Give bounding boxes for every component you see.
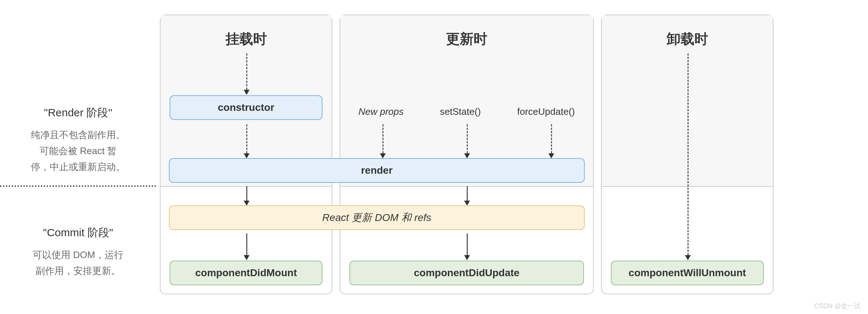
- arrow-head: [685, 255, 691, 260]
- column-unmount-header: 卸载时: [602, 15, 773, 48]
- arrow-head: [244, 255, 250, 260]
- arrow-head: [464, 255, 470, 260]
- trigger-force-update: forceUpdate(): [517, 106, 575, 117]
- node-component-will-unmount: componentWillUnmount: [611, 261, 764, 285]
- node-constructor: constructor: [170, 95, 323, 120]
- phase-render-desc2: 可能会被 React 暂: [0, 143, 156, 159]
- node-render: render: [169, 158, 585, 183]
- arrow-line: [467, 124, 468, 153]
- arrow-head: [244, 153, 250, 158]
- node-component-did-mount: componentDidMount: [170, 261, 323, 285]
- phase-commit-desc2: 副作用，安排更新。: [0, 263, 156, 279]
- phase-render-desc3: 停，中止或重新启动。: [0, 159, 156, 175]
- arrow-line: [467, 233, 468, 255]
- phase-render-desc1: 纯净且不包含副作用。: [0, 127, 156, 143]
- arrow-line: [246, 233, 247, 255]
- phase-commit-label: "Commit 阶段" 可以使用 DOM，运行 副作用，安排更新。: [0, 225, 156, 279]
- arrow-head: [244, 90, 250, 95]
- column-unmount: 卸载时 componentWillUnmount: [601, 15, 774, 294]
- phase-render-label: "Render 阶段" 纯净且不包含副作用。 可能会被 React 暂 停，中止…: [0, 105, 156, 175]
- phase-divider: [0, 185, 156, 187]
- column-mount: 挂载时 constructor componentDidMount: [160, 15, 332, 294]
- column-mount-header: 挂载时: [161, 15, 332, 48]
- node-react-updates-dom: React 更新 DOM 和 refs: [169, 205, 585, 230]
- arrow-line: [687, 53, 689, 255]
- arrow-line: [551, 124, 552, 153]
- phase-commit-desc1: 可以使用 DOM，运行: [0, 247, 156, 263]
- arrow-head: [548, 153, 554, 158]
- arrow-head: [464, 201, 470, 206]
- phase-render-title: "Render 阶段": [0, 105, 156, 120]
- arrow-line: [382, 124, 384, 153]
- arrow-line: [467, 186, 468, 201]
- arrow-line: [246, 124, 247, 153]
- arrow-head: [380, 153, 386, 158]
- update-triggers: New props setState() forceUpdate(): [340, 106, 593, 117]
- column-update-header: 更新时: [340, 15, 593, 48]
- arrow-line: [246, 186, 247, 201]
- arrow-head: [464, 153, 470, 158]
- trigger-new-props: New props: [358, 106, 403, 117]
- arrow-line: [246, 53, 247, 90]
- column-update: 更新时 New props setState() forceUpdate() c…: [340, 15, 594, 294]
- watermark: CSDN @史一试: [814, 302, 861, 310]
- trigger-set-state: setState(): [440, 106, 481, 117]
- arrow-head: [244, 201, 250, 206]
- phase-commit-title: "Commit 阶段": [0, 225, 156, 240]
- node-component-did-update: componentDidUpdate: [349, 261, 584, 285]
